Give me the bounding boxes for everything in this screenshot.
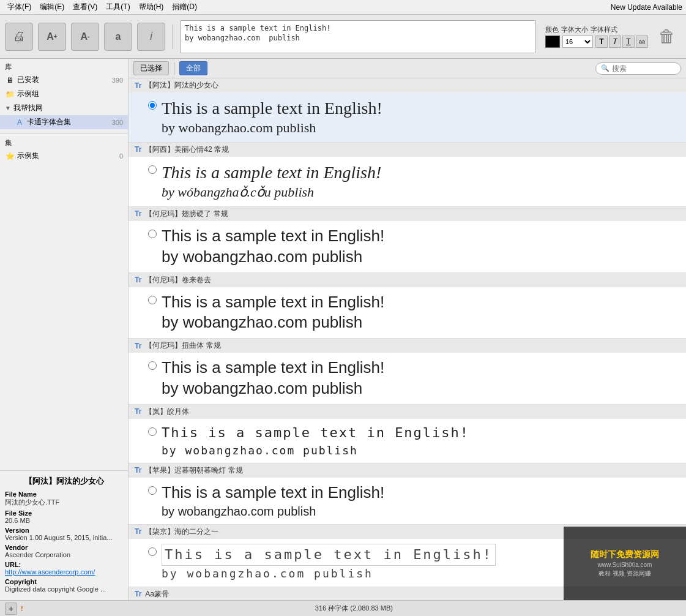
example-icon: ⭐ [5,151,15,161]
font-list-container: Tr【阿汰】阿汰的少女心This is a sample text in Eng… [129,78,686,600]
menu-tools[interactable]: 工具(T) [102,1,133,13]
font-item-header: Tr【苹果】迟暮朝朝暮晚灯 常规 [129,464,686,478]
toolbar-right-panel: 颜色 字体大小 字体样式 16 12 18 24 36 48 T T T aa [545,25,648,48]
tab-all[interactable]: 全部 [179,61,207,75]
font-item-preview: This is a sample text in English!by woba… [129,287,686,339]
font-detail-panel: 【阿汰】阿汰的少女心 File Name 阿汰的少女心.TTF File Siz… [0,470,128,600]
font-list-area: 已选择 全部 🔍 Tr【阿汰】阿汰的少女心This is a sample te… [129,59,686,600]
font-item[interactable]: Tr【何尼玛】卷来卷去This is a sample text in Engl… [129,273,686,339]
font-remove-button[interactable]: A- [71,23,99,51]
font-item-name: 【苹果】迟暮朝朝暮晚灯 常规 [145,465,242,476]
underline-button[interactable]: T [622,36,635,48]
tab-selected[interactable]: 已选择 [133,61,169,75]
collections-section: 集 ⭐ 示例集 0 [0,135,128,165]
font-item-header: Tr【何尼玛】卷来卷去 [129,273,686,287]
cartoon-icon: A [15,118,24,127]
font-item-radio[interactable] [148,427,157,436]
sidebar-item-example[interactable]: ⭐ 示例集 0 [0,149,128,163]
url-link[interactable]: http://www.ascendercorp.com/ [5,568,123,576]
statusbar: + ! 316 种字体 (2,080.83 MB) [0,600,686,616]
font-item-preview: This is a sample text in English!by wóba… [129,157,686,206]
font-item[interactable]: Tr【阿西】美丽心情42 常规This is a sample text in … [129,143,686,207]
print-button[interactable]: 🖨 [5,23,33,51]
sidebar-item-groups[interactable]: 📁 示例组 [0,87,128,101]
font-item[interactable]: Tr【岚】皎月体This is a sample text in English… [129,405,686,464]
font-item[interactable]: Tr【阿汰】阿汰的少女心This is a sample text in Eng… [129,78,686,143]
preview-text-input[interactable] [181,20,535,53]
copyright-value: Digitized data copyright Google ... [5,585,123,593]
font-add-button[interactable]: A+ [38,23,66,51]
file-size-label: File Size [5,509,123,517]
main-layout: 库 🖥 已安装 390 📁 示例组 ▼ 我帮找网 A 卡通字体合集 300 集 [0,59,686,600]
italic-button[interactable]: T [609,36,621,48]
font-item-header: Tr【阿汰】阿汰的少女心 [129,78,686,92]
add-button[interactable]: + [5,603,17,615]
tt-icon: Tr [135,209,141,218]
font-list-scroll[interactable]: Tr【阿汰】阿汰的少女心This is a sample text in Eng… [129,78,686,600]
vendor-value: Ascender Corporation [5,551,123,558]
tt-icon: Tr [135,466,141,475]
font-item-name: Aa篆骨 [145,589,169,599]
sidebar: 库 🖥 已安装 390 📁 示例组 ▼ 我帮找网 A 卡通字体合集 300 集 [0,59,129,600]
toolbar-separator [173,24,173,49]
cartoon-label: 卡通字体合集 [27,117,110,127]
example-label: 示例集 [17,151,117,161]
smallcaps-button[interactable]: aa [636,36,648,48]
menu-font[interactable]: 字体(F) [4,1,35,13]
font-item-preview: This is a sample text in English!by woba… [129,478,686,524]
color-swatch[interactable] [545,36,560,48]
installed-icon: 🖥 [5,75,15,85]
font-item-preview-text: This is a sample text in English!by woba… [162,97,680,137]
font-size-select[interactable]: 16 12 18 24 36 48 [562,36,593,48]
menubar: 字体(F) 编辑(E) 查看(V) 工具(T) 帮助(H) 捐赠(D) New … [0,0,686,15]
font-item-preview: This is a sample text in English!by woba… [129,221,686,272]
font-item-preview-text: This is a sample text in English!by wóba… [162,162,680,201]
font-item-name: 【阿西】美丽心情42 常规 [145,145,229,155]
vendor-label: Vendor [5,544,123,551]
installed-count: 390 [112,77,123,84]
font-item-radio[interactable] [148,296,157,304]
font-item-name: 【何尼玛】卷来卷去 [145,275,211,285]
search-box: 🔍 [595,62,681,75]
tt-icon: Tr [135,590,141,598]
search-input[interactable] [612,64,676,73]
font-item-radio[interactable] [148,547,157,556]
font-item-radio[interactable] [148,230,157,238]
menu-help[interactable]: 帮助(H) [135,1,168,13]
file-name-value: 阿汰的少女心.TTF [5,498,123,507]
sidebar-item-cartoon[interactable]: A 卡通字体合集 300 [0,115,128,129]
menu-edit[interactable]: 编辑(E) [36,1,68,13]
groups-label: 示例组 [17,89,123,99]
font-item-name: 【阿汰】阿汰的少女心 [145,80,218,91]
menu-donate[interactable]: 捐赠(D) [168,1,201,13]
font-item-radio[interactable] [148,361,157,370]
version-row: Version Version 1.00 August 5, 2015, ini… [5,527,123,541]
installed-label: 已安装 [17,75,110,85]
trash-button[interactable]: 🗑 [653,23,681,51]
myhelp-label: 我帮找网 [13,103,123,113]
font-item[interactable]: Tr【苹果】迟暮朝朝暮晚灯 常规This is a sample text in… [129,464,686,525]
menu-view[interactable]: 查看(V) [69,1,101,13]
toolbar: 🖨 A+ A- a i 颜色 字体大小 字体样式 16 12 18 24 36 … [0,15,686,59]
font-item[interactable]: Tr【何尼玛】扭曲体 常规This is a sample text in En… [129,339,686,405]
font-item-header: Tr【何尼玛】翅膀硬了 常规 [129,207,686,221]
info-button[interactable]: i [137,23,165,51]
cartoon-count: 300 [112,119,123,126]
sidebar-item-myhelp[interactable]: ▼ 我帮找网 [0,101,128,115]
tab-divider [174,62,174,75]
font-item-radio[interactable] [148,101,157,110]
tt-icon: Tr [135,342,141,350]
font-item-radio[interactable] [148,486,157,495]
font-preview-button[interactable]: a [104,23,132,51]
font-item[interactable]: Tr【何尼玛】翅膀硬了 常规This is a sample text in E… [129,207,686,273]
font-item-header: Tr【岚】皎月体 [129,405,686,419]
library-header: 库 [0,61,128,73]
vendor-row: Vendor Ascender Corporation [5,544,123,558]
sidebar-item-installed[interactable]: 🖥 已安装 390 [0,73,128,87]
bold-button[interactable]: T [595,36,608,48]
warning-icon: ! [21,605,23,612]
font-style-label: 字体样式 [591,25,617,34]
version-label: Version [5,527,123,534]
copyright-label: Copyright [5,578,123,585]
font-item-radio[interactable] [148,165,157,174]
